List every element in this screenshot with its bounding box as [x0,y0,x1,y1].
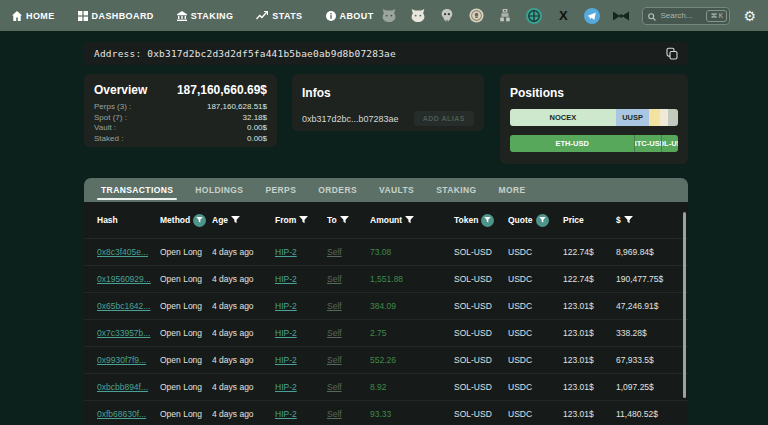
copy-address-icon[interactable] [666,47,678,60]
table-row: 0xbcbb894f...Open Long4 days agoHIP-2Sel… [84,373,688,400]
search-shortcut-badge: ⌘ K [706,10,727,22]
overview-row-vault: Vault : 0.00$ [94,123,267,134]
nav-item-stats[interactable]: STATS [256,11,302,21]
cell-method: Open Long [160,382,212,392]
cell-price: 123.01$ [563,301,616,311]
nav-item-about[interactable]: ABOUT [326,11,374,21]
cell-amount: 2.75 [370,328,454,338]
filter-icon[interactable] [193,214,206,227]
cat-gray-icon[interactable] [381,8,397,24]
filter-icon[interactable] [340,216,349,224]
cell-quote: USDC [508,274,563,284]
cell-hash[interactable]: 0xbcbb894f... [97,382,160,392]
filter-icon[interactable] [624,216,633,224]
tab-orders[interactable]: ORDERS [307,178,368,202]
dashboard-icon [78,11,88,21]
cell-to[interactable]: Self [327,247,370,257]
tab-transactions[interactable]: TRANSACTIONS [90,178,184,202]
cell-usd: 67,933.5$ [616,355,680,365]
cell-usd: 47,246.91$ [616,301,680,311]
overview-card: Overview 187,160,660.69$ Perps (3) : 187… [84,74,277,147]
cell-to[interactable]: Self [327,328,370,338]
filter-icon[interactable] [405,216,414,224]
cell-quote: USDC [508,301,563,311]
cell-method: Open Long [160,301,212,311]
cell-token: SOL-USD [454,355,508,365]
cell-token: SOL-USD [454,247,508,257]
cell-token: SOL-USD [454,382,508,392]
cell-from[interactable]: HIP-2 [275,409,327,419]
address-text: Address: 0xb317d2bc2d3d2df5fa441b5bae0ab… [94,48,396,59]
nav-item-staking[interactable]: STAKING [177,11,234,21]
teal-badge-icon[interactable] [526,8,542,24]
overview-row-spot: Spot (7) : 32.18$ [94,113,267,124]
column-header-to: To [327,215,370,225]
skull-icon[interactable] [439,8,455,24]
table-row: 0x65bc1642...Open Long4 days agoHIP-2Sel… [84,292,688,319]
positions-bar-spot[interactable]: NOCEXUUSP [510,109,678,126]
position-segment [649,109,659,126]
cell-method: Open Long [160,328,212,338]
filter-icon[interactable] [299,216,308,224]
nav-label: HOME [26,11,55,21]
cell-hash[interactable]: 0x9930f7f9... [97,355,160,365]
settings-gear-icon[interactable]: ⚙ [743,9,756,23]
cell-from[interactable]: HIP-2 [275,328,327,338]
tab-more[interactable]: MORE [488,178,537,202]
filter-icon[interactable] [481,214,494,227]
column-header-hash: Hash [97,215,160,225]
cat-white-icon[interactable] [410,8,426,24]
column-header-price: Price [563,215,616,225]
cell-hash[interactable]: 0x8c3f405e... [97,247,160,257]
cell-price: 123.01$ [563,328,616,338]
filter-icon[interactable] [536,214,549,227]
coin-badge-icon[interactable] [468,8,484,24]
telegram-icon[interactable] [584,8,600,24]
cell-from[interactable]: HIP-2 [275,301,327,311]
column-header-: $ [616,215,680,225]
cell-hash[interactable]: 0x19560929... [97,274,160,284]
cell-to[interactable]: Self [327,301,370,311]
column-header-age: Age [212,215,275,225]
sprite-character-icon[interactable] [497,8,513,24]
scrollbar-thumb[interactable] [683,212,686,398]
cell-quote: USDC [508,355,563,365]
cell-from[interactable]: HIP-2 [275,355,327,365]
bowtie-logo-icon[interactable] [613,8,629,24]
cell-age: 4 days ago [212,409,275,419]
nav-label: DASHBOARD [92,11,154,21]
x-twitter-icon[interactable]: X [555,8,571,24]
cell-hash[interactable]: 0x7c33957b... [97,328,160,338]
positions-bar-perps[interactable]: ETH-USDBTC-USDSOL-USD [510,135,678,152]
cell-amount: 1,551.88 [370,274,454,284]
cell-hash[interactable]: 0x65bc1642... [97,301,160,311]
cell-to[interactable]: Self [327,274,370,284]
cell-hash[interactable]: 0xfb68630f... [97,409,160,419]
cell-quote: USDC [508,409,563,419]
search-input[interactable] [660,11,702,20]
cell-to[interactable]: Self [327,409,370,419]
tab-vaults[interactable]: VAULTS [368,178,425,202]
nav-item-dashboard[interactable]: DASHBOARD [78,11,154,21]
cell-from[interactable]: HIP-2 [275,274,327,284]
home-icon [12,11,22,21]
search-box[interactable]: ⌘ K [642,7,730,25]
address-bar: Address: 0xb317d2bc2d3d2df5fa441b5bae0ab… [84,42,688,65]
cell-to[interactable]: Self [327,382,370,392]
cell-age: 4 days ago [212,382,275,392]
tab-holdings[interactable]: HOLDINGS [184,178,254,202]
tab-perps[interactable]: PERPS [254,178,307,202]
add-alias-button[interactable]: ADD ALIAS [414,111,474,126]
cell-from[interactable]: HIP-2 [275,382,327,392]
table-row: 0x7c33957b...Open Long4 days agoHIP-2Sel… [84,319,688,346]
column-label: Quote [508,215,533,225]
tab-staking[interactable]: STAKING [425,178,487,202]
cell-from[interactable]: HIP-2 [275,247,327,257]
cell-age: 4 days ago [212,274,275,284]
nav-label: STAKING [191,11,234,21]
table-body: 0x8c3f405e...Open Long4 days agoHIP-2Sel… [84,238,688,425]
filter-icon[interactable] [231,216,240,224]
cell-to[interactable]: Self [327,355,370,365]
nav-item-home[interactable]: HOME [12,11,55,21]
table-row: 0x19560929...Open Long4 days agoHIP-2Sel… [84,265,688,292]
